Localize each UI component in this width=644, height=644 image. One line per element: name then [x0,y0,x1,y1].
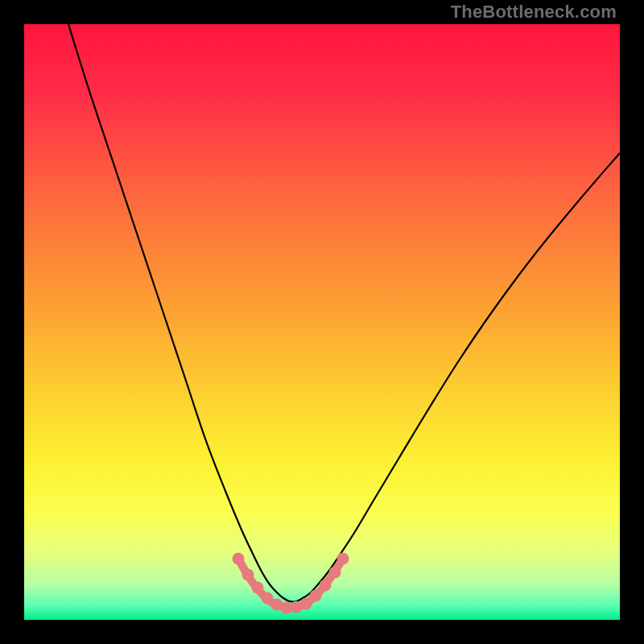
svg-point-2 [252,582,264,594]
plot-frame [24,24,620,620]
gradient-bg [24,24,620,620]
svg-point-7 [300,598,312,610]
watermark-text: TheBottleneck.com [451,2,617,23]
plot-svg [24,24,620,620]
svg-point-1 [242,569,254,581]
svg-point-11 [337,553,349,565]
svg-point-8 [310,590,322,602]
svg-point-0 [233,553,245,565]
svg-point-9 [320,580,332,592]
svg-point-10 [329,567,341,579]
